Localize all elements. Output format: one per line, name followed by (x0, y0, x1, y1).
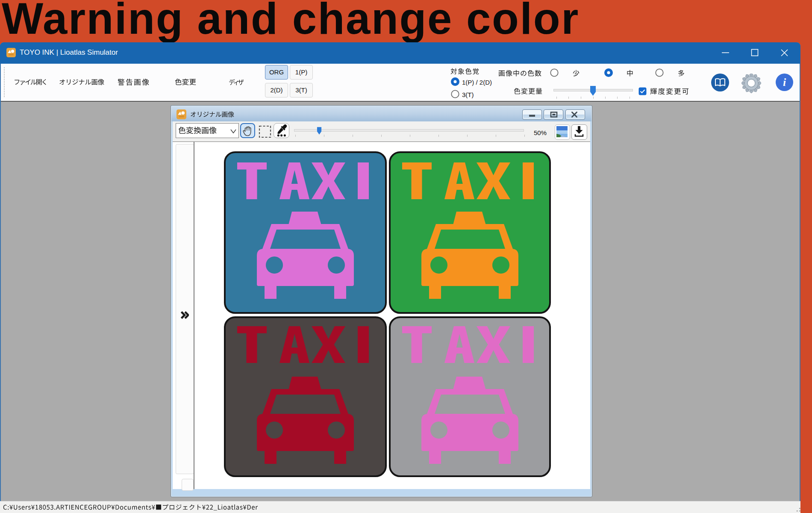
svg-text:i: i (783, 76, 786, 88)
